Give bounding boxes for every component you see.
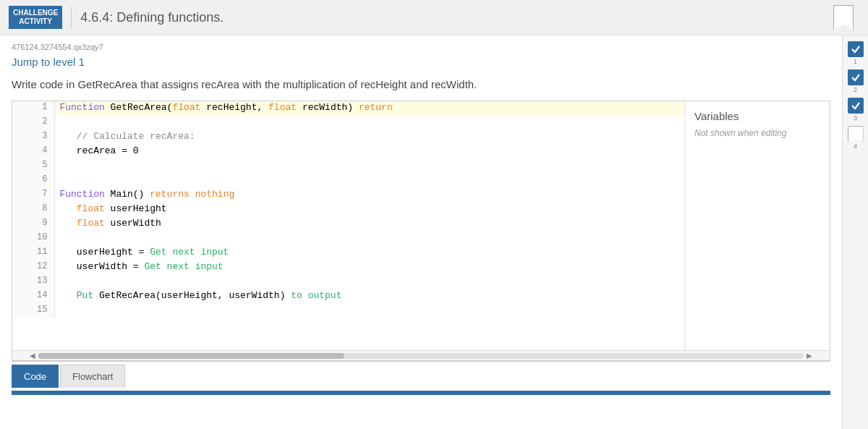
line-number: 8 xyxy=(12,203,55,217)
level-2-item: 2 xyxy=(848,69,864,93)
line-number: 10 xyxy=(12,232,55,246)
line-content xyxy=(55,304,684,318)
level-4-number: 4 xyxy=(854,143,857,150)
variables-note: Not shown when editing xyxy=(694,128,821,138)
line-content xyxy=(55,174,684,188)
code-table: 1Function GetRecArea(float recHeight, fl… xyxy=(12,101,684,318)
instruction-text: Write code in GetRecArea that assigns re… xyxy=(12,78,830,90)
line-number: 2 xyxy=(12,116,55,130)
line-number: 1 xyxy=(12,101,55,116)
level-2-number: 2 xyxy=(854,86,857,93)
line-content: float userHeight xyxy=(55,203,684,217)
tab-flowchart[interactable]: Flowchart xyxy=(60,365,125,388)
line-content: userHeight = Get next input xyxy=(55,246,684,260)
line-content: Function GetRecArea(float recHeight, flo… xyxy=(55,101,684,116)
level-2-check[interactable] xyxy=(848,69,864,85)
line-number: 13 xyxy=(12,275,55,289)
activity-title: 4.6.4: Defining functions. xyxy=(80,10,833,25)
bottom-progress-bar xyxy=(12,391,830,395)
header-divider xyxy=(71,7,72,28)
jump-to-level-link[interactable]: Jump to level 1 xyxy=(12,56,85,68)
line-number: 5 xyxy=(12,159,55,174)
line-number: 3 xyxy=(12,130,55,145)
level-1-check[interactable] xyxy=(848,41,864,57)
horizontal-scrollbar[interactable]: ◀ ▶ xyxy=(12,350,830,360)
line-number: 9 xyxy=(12,217,55,232)
scrollbar-track[interactable] xyxy=(38,353,804,359)
line-content xyxy=(55,159,684,174)
line-number: 11 xyxy=(12,246,55,260)
level-3-check[interactable] xyxy=(848,98,864,114)
line-number: 15 xyxy=(12,304,55,318)
line-content: float userWidth xyxy=(55,217,684,232)
variables-panel: Variables Not shown when editing xyxy=(685,101,830,350)
line-number: 14 xyxy=(12,289,55,304)
line-content: Function Main() returns nothing xyxy=(55,188,684,203)
editor-body: 1Function GetRecArea(float recHeight, fl… xyxy=(12,101,830,350)
editor-tabs: Code Flowchart xyxy=(12,361,830,388)
code-area[interactable]: 1Function GetRecArea(float recHeight, fl… xyxy=(12,101,685,350)
level-4-item: 4 xyxy=(848,126,864,150)
scroll-left-icon[interactable]: ◀ xyxy=(27,352,38,360)
right-sidebar: 1 2 3 4 xyxy=(842,35,868,429)
line-number: 6 xyxy=(12,174,55,188)
content-area: 476124.3274554.qx3zqy7 Jump to level 1 W… xyxy=(0,35,842,429)
header: CHALLENGE ACTIVITY 4.6.4: Defining funct… xyxy=(0,0,868,35)
line-content: // Calculate recArea: xyxy=(55,130,684,145)
level-4-check-empty[interactable] xyxy=(848,126,864,142)
activity-id: 476124.3274554.qx3zqy7 xyxy=(12,43,830,51)
level-1-number: 1 xyxy=(854,58,857,65)
tab-code[interactable]: Code xyxy=(12,365,59,388)
line-content: Put GetRecArea(userHeight, userWidth) to… xyxy=(55,289,684,304)
checkmark-icon xyxy=(851,44,861,54)
checkmark-icon xyxy=(851,72,861,82)
level-3-item: 3 xyxy=(848,98,864,122)
line-content: userWidth = Get next input xyxy=(55,260,684,275)
line-number: 12 xyxy=(12,260,55,275)
challenge-activity-badge: CHALLENGE ACTIVITY xyxy=(9,6,62,29)
level-3-number: 3 xyxy=(854,114,857,122)
code-editor: 1Function GetRecArea(float recHeight, fl… xyxy=(12,101,830,361)
line-number: 4 xyxy=(12,145,55,159)
scrollbar-thumb[interactable] xyxy=(38,353,344,359)
line-content xyxy=(55,275,684,289)
line-number: 7 xyxy=(12,188,55,203)
bookmark-icon[interactable] xyxy=(833,5,854,30)
line-content: recArea = 0 xyxy=(55,145,684,159)
level-1-item: 1 xyxy=(848,41,864,65)
line-content xyxy=(55,232,684,246)
line-content xyxy=(55,116,684,130)
checkmark-icon xyxy=(851,101,861,111)
scroll-right-icon[interactable]: ▶ xyxy=(804,352,815,360)
main-area: 476124.3274554.qx3zqy7 Jump to level 1 W… xyxy=(0,35,868,429)
variables-title: Variables xyxy=(694,110,821,122)
